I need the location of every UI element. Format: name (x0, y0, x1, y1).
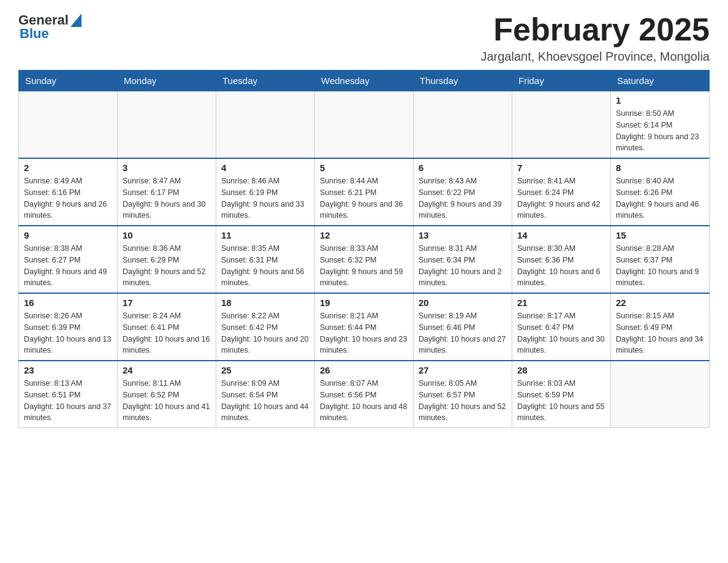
calendar-day-cell (414, 91, 512, 159)
day-number: 17 (123, 297, 211, 308)
day-number: 4 (221, 163, 309, 173)
day-number: 23 (24, 365, 112, 375)
weekday-header-saturday: Saturday (611, 71, 710, 91)
day-info: Sunrise: 8:22 AMSunset: 6:42 PMDaylight:… (221, 310, 309, 356)
day-info: Sunrise: 8:03 AMSunset: 6:59 PMDaylight:… (517, 378, 605, 424)
calendar-day-cell: 3Sunrise: 8:47 AMSunset: 6:17 PMDaylight… (118, 158, 216, 226)
day-info: Sunrise: 8:13 AMSunset: 6:51 PMDaylight:… (24, 378, 112, 424)
calendar-day-cell (512, 91, 611, 159)
calendar-day-cell: 24Sunrise: 8:11 AMSunset: 6:52 PMDayligh… (118, 361, 216, 428)
day-info: Sunrise: 8:38 AMSunset: 6:27 PMDaylight:… (24, 243, 112, 289)
day-number: 20 (419, 297, 507, 308)
calendar-day-cell: 19Sunrise: 8:21 AMSunset: 6:44 PMDayligh… (315, 293, 414, 361)
day-number: 24 (123, 365, 211, 375)
weekday-header-tuesday: Tuesday (216, 71, 315, 91)
day-info: Sunrise: 8:41 AMSunset: 6:24 PMDaylight:… (517, 175, 605, 221)
page-header: General Blue February 2025 Jargalant, Kh… (18, 12, 710, 64)
day-info: Sunrise: 8:36 AMSunset: 6:29 PMDaylight:… (123, 243, 211, 289)
month-title: February 2025 (480, 12, 710, 47)
calendar-day-cell: 6Sunrise: 8:43 AMSunset: 6:22 PMDaylight… (414, 158, 512, 226)
calendar-day-cell: 9Sunrise: 8:38 AMSunset: 6:27 PMDaylight… (19, 226, 118, 293)
calendar-day-cell: 4Sunrise: 8:46 AMSunset: 6:19 PMDaylight… (216, 158, 315, 226)
day-number: 3 (123, 163, 211, 173)
calendar-day-cell (611, 361, 710, 428)
day-info: Sunrise: 8:15 AMSunset: 6:49 PMDaylight:… (616, 310, 704, 356)
calendar-week-row: 23Sunrise: 8:13 AMSunset: 6:51 PMDayligh… (19, 361, 710, 428)
day-number: 14 (517, 230, 605, 240)
day-number: 19 (320, 297, 408, 308)
calendar-day-cell: 7Sunrise: 8:41 AMSunset: 6:24 PMDaylight… (512, 158, 611, 226)
weekday-header-friday: Friday (512, 71, 611, 91)
calendar-day-cell: 22Sunrise: 8:15 AMSunset: 6:49 PMDayligh… (611, 293, 710, 361)
day-number: 10 (123, 230, 211, 240)
calendar-day-cell: 17Sunrise: 8:24 AMSunset: 6:41 PMDayligh… (118, 293, 216, 361)
calendar-week-row: 9Sunrise: 8:38 AMSunset: 6:27 PMDaylight… (19, 226, 710, 293)
day-info: Sunrise: 8:40 AMSunset: 6:26 PMDaylight:… (616, 175, 704, 221)
day-info: Sunrise: 8:28 AMSunset: 6:37 PMDaylight:… (616, 243, 704, 289)
calendar-day-cell (315, 91, 414, 159)
day-info: Sunrise: 8:24 AMSunset: 6:41 PMDaylight:… (123, 310, 211, 356)
weekday-header-sunday: Sunday (19, 71, 118, 91)
calendar-day-cell: 28Sunrise: 8:03 AMSunset: 6:59 PMDayligh… (512, 361, 611, 428)
calendar-day-cell: 20Sunrise: 8:19 AMSunset: 6:46 PMDayligh… (414, 293, 512, 361)
day-number: 5 (320, 163, 408, 173)
calendar-day-cell: 14Sunrise: 8:30 AMSunset: 6:36 PMDayligh… (512, 226, 611, 293)
calendar-day-cell: 27Sunrise: 8:05 AMSunset: 6:57 PMDayligh… (414, 361, 512, 428)
day-info: Sunrise: 8:47 AMSunset: 6:17 PMDaylight:… (123, 175, 211, 221)
calendar-day-cell: 1Sunrise: 8:50 AMSunset: 6:14 PMDaylight… (611, 91, 710, 159)
weekday-header-row: SundayMondayTuesdayWednesdayThursdayFrid… (19, 71, 710, 91)
day-number: 16 (24, 297, 112, 308)
day-number: 12 (320, 230, 408, 240)
calendar-day-cell: 5Sunrise: 8:44 AMSunset: 6:21 PMDaylight… (315, 158, 414, 226)
calendar-day-cell: 21Sunrise: 8:17 AMSunset: 6:47 PMDayligh… (512, 293, 611, 361)
calendar-day-cell: 10Sunrise: 8:36 AMSunset: 6:29 PMDayligh… (118, 226, 216, 293)
day-number: 25 (221, 365, 309, 375)
calendar-day-cell: 13Sunrise: 8:31 AMSunset: 6:34 PMDayligh… (414, 226, 512, 293)
day-number: 7 (517, 163, 605, 173)
day-number: 21 (517, 297, 605, 308)
calendar-week-row: 2Sunrise: 8:49 AMSunset: 6:16 PMDaylight… (19, 158, 710, 226)
calendar-day-cell: 25Sunrise: 8:09 AMSunset: 6:54 PMDayligh… (216, 361, 315, 428)
day-number: 22 (616, 297, 704, 308)
calendar-table: SundayMondayTuesdayWednesdayThursdayFrid… (18, 70, 710, 428)
calendar-week-row: 1Sunrise: 8:50 AMSunset: 6:14 PMDaylight… (19, 91, 710, 159)
day-info: Sunrise: 8:07 AMSunset: 6:56 PMDaylight:… (320, 378, 408, 424)
title-section: February 2025 Jargalant, Khoevsgoel Prov… (480, 12, 710, 64)
day-info: Sunrise: 8:46 AMSunset: 6:19 PMDaylight:… (221, 175, 309, 221)
day-info: Sunrise: 8:49 AMSunset: 6:16 PMDaylight:… (24, 175, 112, 221)
calendar-week-row: 16Sunrise: 8:26 AMSunset: 6:39 PMDayligh… (19, 293, 710, 361)
day-number: 27 (419, 365, 507, 375)
calendar-day-cell: 23Sunrise: 8:13 AMSunset: 6:51 PMDayligh… (19, 361, 118, 428)
day-number: 15 (616, 230, 704, 240)
day-info: Sunrise: 8:17 AMSunset: 6:47 PMDaylight:… (517, 310, 605, 356)
calendar-day-cell: 18Sunrise: 8:22 AMSunset: 6:42 PMDayligh… (216, 293, 315, 361)
weekday-header-wednesday: Wednesday (315, 71, 414, 91)
day-number: 13 (419, 230, 507, 240)
day-number: 18 (221, 297, 309, 308)
logo: General Blue (18, 12, 82, 42)
weekday-header-thursday: Thursday (414, 71, 512, 91)
day-info: Sunrise: 8:33 AMSunset: 6:32 PMDaylight:… (320, 243, 408, 289)
svg-marker-0 (70, 13, 82, 27)
calendar-day-cell: 12Sunrise: 8:33 AMSunset: 6:32 PMDayligh… (315, 226, 414, 293)
day-number: 6 (419, 163, 507, 173)
day-info: Sunrise: 8:43 AMSunset: 6:22 PMDaylight:… (419, 175, 507, 221)
day-number: 28 (517, 365, 605, 375)
day-info: Sunrise: 8:50 AMSunset: 6:14 PMDaylight:… (616, 108, 704, 154)
day-info: Sunrise: 8:26 AMSunset: 6:39 PMDaylight:… (24, 310, 112, 356)
day-info: Sunrise: 8:05 AMSunset: 6:57 PMDaylight:… (419, 378, 507, 424)
day-number: 8 (616, 163, 704, 173)
day-info: Sunrise: 8:35 AMSunset: 6:31 PMDaylight:… (221, 243, 309, 289)
logo-arrow-icon (70, 13, 82, 29)
calendar-day-cell: 15Sunrise: 8:28 AMSunset: 6:37 PMDayligh… (611, 226, 710, 293)
day-info: Sunrise: 8:31 AMSunset: 6:34 PMDaylight:… (419, 243, 507, 289)
logo-blue-text: Blue (20, 26, 49, 42)
day-info: Sunrise: 8:21 AMSunset: 6:44 PMDaylight:… (320, 310, 408, 356)
weekday-header-monday: Monday (118, 71, 216, 91)
calendar-day-cell (118, 91, 216, 159)
calendar-day-cell: 2Sunrise: 8:49 AMSunset: 6:16 PMDaylight… (19, 158, 118, 226)
day-info: Sunrise: 8:09 AMSunset: 6:54 PMDaylight:… (221, 378, 309, 424)
day-number: 2 (24, 163, 112, 173)
day-info: Sunrise: 8:30 AMSunset: 6:36 PMDaylight:… (517, 243, 605, 289)
day-number: 26 (320, 365, 408, 375)
